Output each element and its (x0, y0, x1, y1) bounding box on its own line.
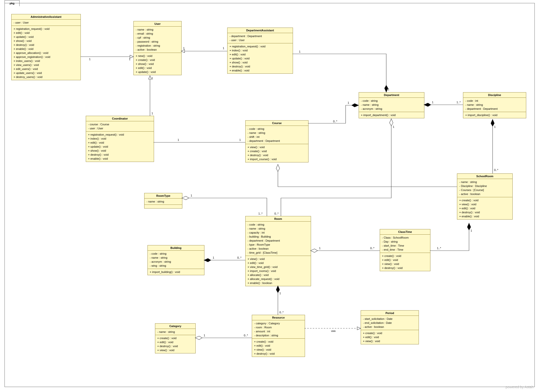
attributes: - code : string - name : string - capaci… (246, 222, 311, 256)
operations: + import_building() : void (148, 269, 204, 275)
class-title: Course (246, 121, 308, 126)
class-roomtype: RoomType - name : string (144, 193, 182, 209)
class-title: AdmnistrativeAssistant (12, 14, 81, 20)
diagram-canvas: pkg AdmnistrativeAssistant - user : User… (0, 0, 539, 392)
class-title: RoomType (144, 193, 182, 199)
class-department: Department - code : string - name : stri… (359, 92, 424, 118)
operations: + create() : void + edit() : void + view… (252, 339, 305, 357)
class-title: ClassTime (380, 229, 430, 235)
class-departmentassistant: DepartmentAssistant - department : Depar… (227, 28, 293, 74)
class-period: Period - start_solicitation : Date - end… (361, 310, 419, 344)
attributes: - name : string (155, 329, 195, 335)
class-title: Period (361, 311, 419, 316)
attributes: - code : string - name : string - shift … (246, 126, 308, 144)
operations: + create() : void + edit() : void + view… (361, 330, 419, 344)
class-admnistrativeassistant: AdmnistrativeAssistant - user : User + r… (11, 14, 81, 80)
operations (144, 205, 182, 208)
attributes: - Class : SchoolRoom - Day : string - st… (380, 235, 430, 253)
attributes: - name : string (144, 199, 182, 205)
attributes: - name : string - email : string - cpf :… (134, 27, 181, 53)
class-title: Resource (252, 315, 305, 320)
class-schoolroom: SchoolRoom - name : string - Discipline … (457, 173, 513, 220)
class-title: Category (155, 324, 195, 329)
operations: + create() : void + edit() : void + dest… (155, 335, 195, 353)
footer-watermark: powered by Astah (506, 385, 533, 389)
class-discipline: Discipline - code : int - name : string … (463, 92, 526, 118)
attributes: - name : string - Discipline : Disciplin… (457, 179, 512, 197)
class-title: Department (359, 92, 424, 98)
operations: + create() : void + edit() : void + view… (380, 253, 430, 271)
class-course: Course - code : string - name : string -… (245, 120, 309, 162)
operations: + view() : void + create() : void + dest… (246, 144, 308, 162)
class-title: Building (148, 245, 204, 251)
operations: + import_department() : void (359, 112, 424, 118)
operations: + registration_request() : void + edit()… (12, 26, 81, 80)
class-title: DepartmentAssistant (227, 28, 293, 33)
attributes: - user : User (12, 20, 81, 26)
attributes: - code : int - name : string - departmen… (463, 98, 526, 112)
class-title: SchoolRoom (457, 174, 512, 179)
class-title: User (134, 21, 181, 27)
operations: + import_discipline() : void (463, 112, 526, 118)
class-title: Discipline (463, 92, 526, 98)
operations: + registration_request() : void + index(… (86, 132, 154, 162)
attributes: - start_solicitation : Date - end_solici… (361, 316, 419, 330)
operations: + registration_request() : void + index(… (227, 43, 293, 73)
operations: + view() : void + edit() : void + view_t… (246, 256, 311, 286)
class-room: Room - code : string - name : string - c… (245, 216, 311, 286)
attributes: - department : Department - user : User (227, 33, 293, 43)
class-classtime: ClassTime - Class : SchoolRoom - Day : s… (380, 229, 430, 271)
class-resource: Resource - category : Category - room : … (252, 315, 305, 357)
operations: + new() : void + create() : void + show(… (134, 53, 181, 75)
attributes: - category : Category - room : Room - am… (252, 320, 305, 339)
class-building: Building - code : string - name : string… (147, 245, 204, 275)
class-coordinator: Coordinator - course : Course - user : U… (86, 116, 154, 162)
class-title: Coordinator (86, 116, 154, 121)
class-category: Category - name : string + create() : vo… (155, 323, 196, 353)
attributes: - code : string - name : string - acrony… (148, 251, 204, 269)
attributes: - course : Course - user : User (86, 121, 154, 132)
operations: + create() : void + view() : void + edit… (457, 197, 512, 219)
class-user: User - name : string - email : string - … (133, 21, 182, 75)
attributes: - code : string - name : string - acrony… (359, 98, 424, 112)
class-title: Room (246, 216, 311, 222)
